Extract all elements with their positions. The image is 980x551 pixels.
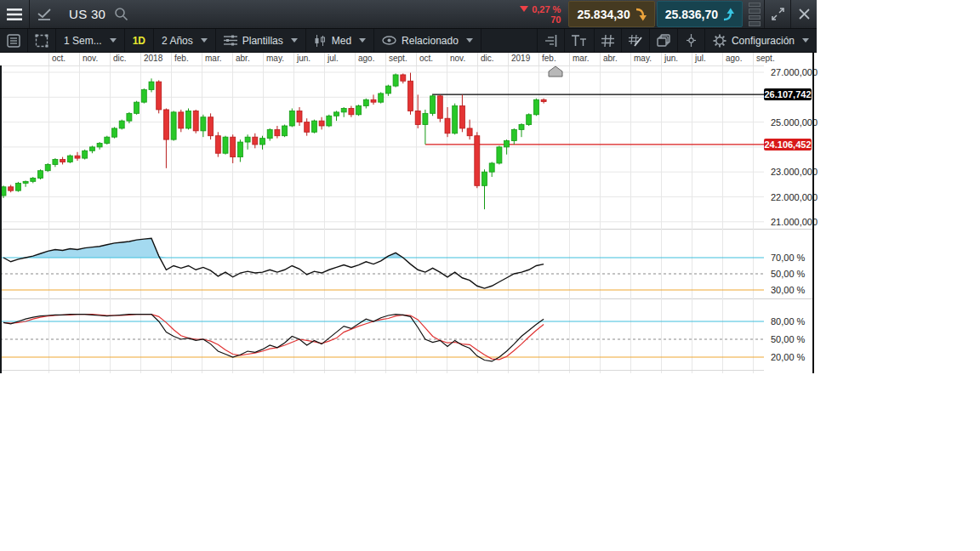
- time-tick: [79, 53, 80, 65]
- grid-tool-button[interactable]: [594, 29, 621, 52]
- candle-body: [319, 121, 324, 126]
- candle-body: [67, 156, 72, 162]
- time-tick: [416, 53, 417, 65]
- change-points: 70: [550, 14, 561, 25]
- buy-price: 25.836,70: [665, 8, 718, 21]
- time-tick: [600, 53, 601, 65]
- time-axis[interactable]: oct.nov.dic.2018feb.mar.abr.may.jun.jul.…: [0, 53, 764, 65]
- settings-dropdown[interactable]: Configuración: [704, 29, 817, 52]
- rsi-level-label: 50,00 %: [771, 269, 805, 279]
- maximize-button[interactable]: [764, 0, 790, 28]
- close-icon: [799, 9, 810, 20]
- candle-body: [215, 136, 220, 154]
- change-percent: 0,27 %: [532, 4, 561, 14]
- candle-body: [45, 164, 50, 170]
- candle-body: [223, 137, 228, 153]
- sell-button[interactable]: 25.834,30: [568, 1, 654, 27]
- templates-dropdown[interactable]: Plantillas: [216, 29, 306, 52]
- chart-area[interactable]: oct.nov.dic.2018feb.mar.abr.may.jun.jul.…: [0, 53, 817, 373]
- chart-widget: US 30 0,27 % 70 25.834,30: [0, 0, 817, 373]
- order-book-button[interactable]: [0, 29, 28, 52]
- candle-body: [157, 82, 162, 110]
- time-tick: [110, 53, 111, 65]
- candle-body: [149, 82, 154, 89]
- candle-body: [504, 141, 510, 147]
- text-tool-button[interactable]: [564, 29, 594, 52]
- candle-body: [208, 117, 214, 136]
- candle-body: [430, 96, 436, 114]
- candle-body: [38, 171, 43, 179]
- time-tick: [324, 53, 325, 65]
- time-tick: [692, 53, 692, 65]
- candle-body: [163, 110, 168, 139]
- month-label: jun.: [297, 54, 311, 63]
- time-tick: [753, 53, 754, 65]
- timeframe-dropdown[interactable]: 1 Sem...: [56, 29, 125, 52]
- stochastic-pane[interactable]: [0, 298, 764, 373]
- stoch-level-label: 80,00 %: [771, 316, 805, 327]
- candle-body: [497, 147, 502, 163]
- price-axis-label: 23.000,000: [771, 167, 818, 177]
- month-label: abr.: [603, 54, 618, 63]
- down-triangle-icon: [520, 6, 528, 12]
- time-tick: [447, 53, 447, 65]
- rsi-line: [3, 238, 544, 288]
- chevron-down-icon: [466, 38, 473, 43]
- search-button[interactable]: [114, 7, 128, 21]
- chart-toolbar: 1 Sem... 1D 2 Años Plantillas: [0, 29, 817, 53]
- price-axis-label: 22.000,000: [771, 192, 818, 202]
- candle-body: [489, 163, 494, 172]
- rsi-pane[interactable]: [0, 229, 764, 298]
- candle-body: [15, 183, 20, 190]
- layers-button[interactable]: [649, 29, 677, 52]
- indicators-dropdown[interactable]: Med: [306, 29, 374, 52]
- month-label: dic.: [481, 54, 494, 63]
- price-pane[interactable]: [0, 65, 764, 229]
- candle-body: [437, 96, 442, 118]
- candles-icon: [314, 35, 327, 47]
- templates-label: Plantillas: [242, 35, 283, 47]
- time-tick: [48, 53, 49, 65]
- main-menu-button[interactable]: [0, 0, 29, 28]
- annotate-tool-button[interactable]: [621, 29, 649, 52]
- expand-icon: [772, 8, 784, 20]
- candle-body: [237, 142, 242, 157]
- crosshair-button[interactable]: [677, 29, 704, 52]
- text-tool-icon: [572, 35, 587, 46]
- trading-app: US 30 0,27 % 70 25.834,30: [0, 0, 980, 551]
- axis-right-edge: [812, 53, 814, 373]
- chevron-down-icon: [359, 38, 366, 43]
- latest-bar-marker[interactable]: [549, 66, 562, 77]
- month-label: dic.: [113, 54, 127, 63]
- related-dropdown[interactable]: Relacionado: [374, 29, 481, 52]
- candle-body: [289, 111, 294, 126]
- crosshair-pin-icon: [685, 34, 698, 47]
- candle-body: [371, 99, 376, 102]
- window-drag-handle[interactable]: [749, 3, 761, 26]
- buy-button[interactable]: 25.836,70: [657, 1, 743, 27]
- time-tick: [508, 53, 509, 65]
- candle-body: [201, 117, 206, 131]
- time-tick: [630, 53, 631, 65]
- candle-body: [75, 156, 80, 158]
- candle-body: [519, 125, 524, 130]
- candle-body: [253, 137, 258, 145]
- close-button[interactable]: [790, 0, 817, 28]
- dashed-square-icon: [35, 34, 48, 48]
- candle-body: [511, 129, 516, 140]
- candle-body: [141, 90, 146, 103]
- price-axis[interactable]: 27.000,00025.000,00023.000,00022.000,000…: [764, 53, 813, 373]
- range-label: 2 Años: [162, 35, 193, 47]
- chart-type-button[interactable]: [29, 0, 59, 28]
- month-label: may.: [634, 54, 652, 63]
- interval-1d-button[interactable]: 1D: [125, 29, 154, 52]
- range-dropdown[interactable]: 2 Años: [154, 29, 216, 52]
- stoch-level-label: 50,00 %: [771, 334, 805, 344]
- candle-body: [541, 99, 546, 101]
- grid-icon: [601, 35, 614, 47]
- layout-grid-button[interactable]: [28, 29, 56, 52]
- scale-tool-button[interactable]: [537, 29, 564, 52]
- candle-body: [423, 113, 428, 124]
- price-up-arrow-icon: [723, 8, 734, 21]
- candle-body: [445, 118, 450, 133]
